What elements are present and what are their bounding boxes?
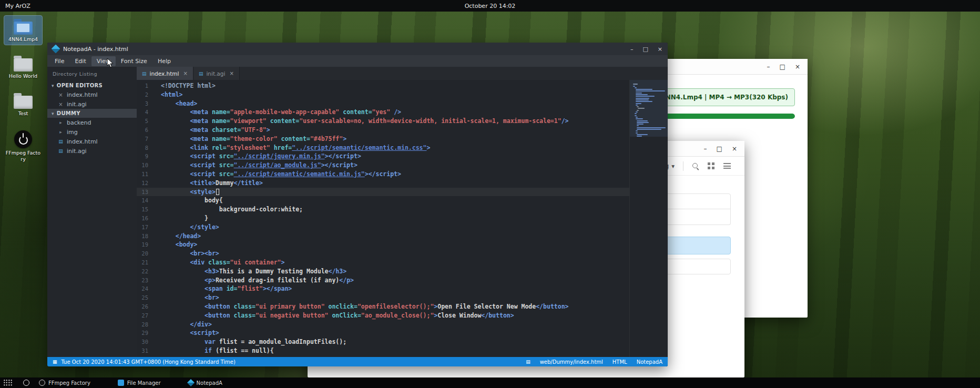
code-line-24[interactable]: 24 <span id="flist"></span> bbox=[137, 284, 629, 293]
tree-item-index-html[interactable]: ▤index.html bbox=[47, 137, 137, 146]
file-icon bbox=[14, 22, 33, 35]
explorer-section-dummy[interactable]: ▾DUMMY bbox=[47, 109, 137, 118]
close-tab-icon[interactable]: × bbox=[229, 70, 233, 76]
menu-edit[interactable]: Edit bbox=[69, 56, 91, 66]
folder-icon bbox=[14, 96, 33, 109]
code-line-8[interactable]: 8 <link rel="stylesheet" href="../script… bbox=[137, 144, 629, 152]
code-line-25[interactable]: 25 <br> bbox=[137, 293, 629, 302]
list-view-icon[interactable] bbox=[723, 163, 731, 169]
code-line-3[interactable]: 3 <head> bbox=[137, 99, 629, 108]
menu-help[interactable]: Help bbox=[152, 56, 176, 66]
taskbar-item-label: File Manager bbox=[127, 380, 161, 386]
status-language[interactable]: HTML bbox=[612, 359, 627, 365]
close-tab-icon[interactable]: × bbox=[183, 70, 188, 76]
tree-item-index-html[interactable]: ×index.html bbox=[47, 90, 137, 99]
close-button[interactable]: × bbox=[658, 46, 662, 52]
chevron-right-icon: ▸ bbox=[58, 129, 64, 135]
status-filepath[interactable]: web/Dummy/index.html bbox=[540, 359, 603, 365]
code-line-22[interactable]: 22 <h3>This is a Dummy Testing Module</h… bbox=[137, 267, 629, 276]
tab-label: index.html bbox=[150, 70, 179, 77]
code-area[interactable]: 1<!DOCTYPE html>2<html>3 <head>4 <meta n… bbox=[137, 80, 629, 357]
close-small-icon[interactable]: × bbox=[58, 101, 64, 107]
explorer-section-open-editors[interactable]: ▾OPEN EDITORS bbox=[47, 81, 137, 90]
code-line-5[interactable]: 5 <meta name="viewport" content="user-sc… bbox=[137, 117, 629, 126]
menu-font-size[interactable]: Font Size bbox=[116, 56, 152, 66]
editor-tab-init-agi[interactable]: ▤init.agi× bbox=[193, 67, 240, 80]
minimize-button[interactable]: – bbox=[630, 46, 634, 52]
code-line-7[interactable]: 7 <meta name="theme-color" content="#4b7… bbox=[137, 135, 629, 144]
desktop: My ArOZ October 20 14:02 4NN4.Lmp4Hello … bbox=[0, 0, 980, 388]
aroz-logo-icon[interactable] bbox=[23, 380, 29, 386]
minimap-viewport[interactable] bbox=[630, 80, 668, 137]
code-line-14[interactable]: 14 body{ bbox=[137, 196, 629, 205]
desktop-icon-hello-world[interactable]: Hello World bbox=[4, 53, 42, 81]
tree-item-label: backend bbox=[67, 119, 91, 126]
minimize-button[interactable]: – bbox=[767, 64, 770, 70]
desktop-icon-4nn4-lmp4[interactable]: 4NN4.Lmp4 bbox=[4, 16, 42, 45]
calendar-icon: ▦ bbox=[53, 359, 57, 364]
code-line-26[interactable]: 26 <button class="ui primary button" onc… bbox=[137, 302, 629, 311]
search-icon[interactable] bbox=[692, 162, 699, 170]
code-line-29[interactable]: 29 <script> bbox=[137, 329, 629, 338]
grid-view-icon[interactable] bbox=[708, 162, 710, 165]
maximize-button[interactable]: □ bbox=[717, 146, 722, 152]
line-number: 9 bbox=[137, 152, 155, 161]
tree-item-init-agi[interactable]: ×init.agi bbox=[47, 99, 137, 109]
minimap[interactable] bbox=[629, 80, 668, 357]
line-number: 6 bbox=[137, 126, 155, 135]
host-label[interactable]: My ArOZ bbox=[5, 3, 30, 9]
taskbar: FFmpeg FactoryFile ManagerNotepadA bbox=[0, 377, 980, 388]
taskbar-item-ffmpeg-factory[interactable]: FFmpeg Factory bbox=[39, 380, 90, 386]
desktop-icons: 4NN4.Lmp4Hello WorldTestFFmpeg Factory bbox=[4, 16, 42, 165]
code-line-12[interactable]: 12 <title>Dummy</title> bbox=[137, 179, 629, 188]
line-number: 12 bbox=[137, 179, 155, 188]
code-line-2[interactable]: 2<html> bbox=[137, 90, 629, 99]
tree-item-backend[interactable]: ▸backend bbox=[47, 118, 137, 127]
taskbar-item-file-manager[interactable]: File Manager bbox=[118, 380, 161, 386]
code-line-28[interactable]: 28 </div> bbox=[137, 320, 629, 329]
chevron-right-icon: ▸ bbox=[58, 120, 64, 125]
code-line-6[interactable]: 6 <meta charset="UTF-8"> bbox=[137, 126, 629, 135]
maximize-button[interactable]: □ bbox=[642, 46, 648, 52]
tree-item-init-agi[interactable]: ▤init.agi bbox=[47, 146, 137, 156]
folder-icon bbox=[14, 58, 33, 72]
code-line-10[interactable]: 10 <script src="../script/ao_module.js">… bbox=[137, 161, 629, 170]
maximize-button[interactable]: □ bbox=[780, 64, 785, 70]
code-line-21[interactable]: 21 <div class="ui container"> bbox=[137, 258, 629, 267]
app-launcher-icon[interactable] bbox=[3, 379, 13, 386]
desktop-icon-test[interactable]: Test bbox=[4, 90, 42, 119]
toolbar-divider bbox=[683, 161, 683, 171]
close-button[interactable]: × bbox=[732, 146, 737, 152]
close-small-icon[interactable]: × bbox=[58, 92, 64, 98]
code-line-31[interactable]: 31 if (flist == null){ bbox=[137, 346, 629, 355]
code-line-1[interactable]: 1<!DOCTYPE html> bbox=[137, 81, 629, 90]
taskbar-item-label: FFmpeg Factory bbox=[48, 380, 90, 386]
minimize-button[interactable]: – bbox=[704, 146, 707, 152]
code-line-30[interactable]: 30 var flist = ao_module_loadInputFiles(… bbox=[137, 338, 629, 346]
code-line-15[interactable]: 15 background-color:white; bbox=[137, 205, 629, 214]
code-line-27[interactable]: 27 <button class="ui negative button" on… bbox=[137, 311, 629, 320]
code-line-18[interactable]: 18 </head> bbox=[137, 232, 629, 241]
code-line-13[interactable]: 13 <style> bbox=[137, 188, 629, 197]
code-line-19[interactable]: 19 <body> bbox=[137, 240, 629, 249]
code-line-16[interactable]: 16 } bbox=[137, 214, 629, 223]
menu-file[interactable]: File bbox=[49, 56, 69, 66]
editor-tab-index-html[interactable]: ▤index.html× bbox=[137, 67, 193, 80]
line-number: 23 bbox=[137, 276, 155, 285]
desktop-icon-ffmpeg-factory[interactable]: FFmpeg Factory bbox=[4, 127, 42, 165]
notepad-titlebar[interactable]: NotepadA - index.html –□× bbox=[47, 43, 668, 55]
taskbar-item-notepada[interactable]: NotepadA bbox=[188, 380, 222, 386]
close-button[interactable]: × bbox=[795, 64, 800, 70]
code-line-23[interactable]: 23 <p>Received drag-in filelist (if any)… bbox=[137, 276, 629, 285]
tree-item-img[interactable]: ▸img bbox=[47, 127, 137, 137]
code-line-17[interactable]: 17 </style> bbox=[137, 223, 629, 232]
code-line-11[interactable]: 11 <script src="../script/semantic/seman… bbox=[137, 170, 629, 179]
code-line-20[interactable]: 20 <br><br> bbox=[137, 249, 629, 258]
file-icon: ▤ bbox=[142, 71, 147, 76]
file-manager-icon bbox=[118, 380, 124, 386]
notepada-logo-icon bbox=[52, 45, 60, 54]
code-line-9[interactable]: 9 <script src="../script/jquery.min.js">… bbox=[137, 152, 629, 161]
code-line-4[interactable]: 4 <meta name="apple-mobile-web-app-capab… bbox=[137, 108, 629, 117]
taskbar-item-label: NotepadA bbox=[197, 380, 222, 386]
line-number: 29 bbox=[137, 329, 155, 338]
